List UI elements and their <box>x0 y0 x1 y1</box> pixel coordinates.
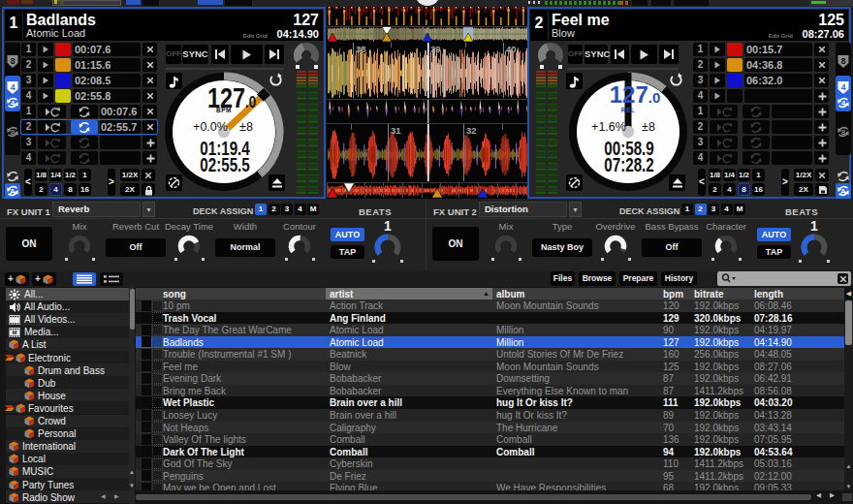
svg-text:32: 32 <box>466 125 477 136</box>
svg-text:M: M <box>13 330 17 335</box>
svg-text:31: 31 <box>391 125 401 136</box>
svg-text:40: 40 <box>506 44 517 54</box>
svg-text:39: 39 <box>430 44 441 54</box>
svg-text:38: 38 <box>356 44 366 54</box>
